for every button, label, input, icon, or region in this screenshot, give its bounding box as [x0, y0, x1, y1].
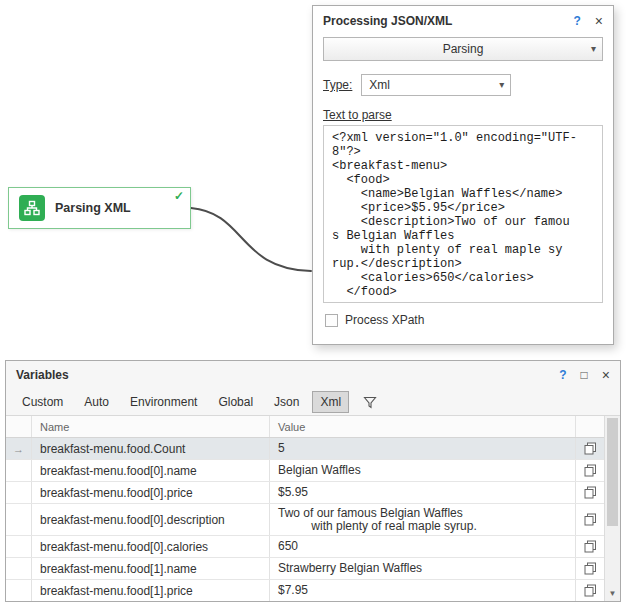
variables-panel-title: Variables: [16, 368, 547, 382]
xml-line: </food>: [332, 285, 594, 299]
table-row[interactable]: breakfast-menu.food[1].name Strawberry B…: [6, 558, 604, 580]
variable-name: breakfast-menu.food[1].name: [32, 558, 270, 579]
parsing-section-dropdown[interactable]: Parsing ▾: [323, 37, 603, 61]
tab-json[interactable]: Json: [266, 391, 307, 413]
text-to-parse-label: Text to parse: [323, 108, 603, 122]
variable-value: 650: [270, 536, 576, 557]
tab-custom[interactable]: Custom: [14, 391, 71, 413]
scroll-down-button[interactable]: ▼: [605, 585, 620, 601]
help-icon[interactable]: ?: [573, 14, 580, 28]
table-row[interactable]: breakfast-menu.food[0].calories 650: [6, 536, 604, 558]
variable-value: 5: [270, 438, 576, 459]
sitemap-icon: [19, 195, 45, 221]
copy-button[interactable]: [576, 482, 604, 503]
copy-button[interactable]: [576, 504, 604, 535]
chevron-down-icon: ▾: [591, 43, 596, 54]
chevron-down-icon: ▾: [499, 79, 504, 90]
processing-panel-header: Processing JSON/XML ? ×: [313, 6, 613, 34]
help-icon[interactable]: ?: [559, 368, 566, 382]
type-dropdown[interactable]: Xml ▾: [361, 74, 511, 96]
process-xpath-row: Process XPath: [325, 313, 603, 327]
variables-grid: Name Value → breakfast-menu.food.Count 5…: [6, 415, 620, 601]
maximize-icon[interactable]: □: [581, 369, 588, 381]
variables-panel-header: Variables ? □ ×: [6, 361, 620, 389]
type-dropdown-value: Xml: [369, 78, 390, 92]
table-row[interactable]: breakfast-menu.food[0].description Two o…: [6, 504, 604, 536]
parsing-section-label: Parsing: [324, 42, 602, 56]
process-xpath-checkbox[interactable]: [325, 314, 338, 327]
text-to-parse-input[interactable]: <?xml version="1.0" encoding="UTF- 8"?> …: [323, 125, 603, 303]
close-icon[interactable]: ×: [602, 368, 610, 382]
table-row[interactable]: breakfast-menu.food[0].price $5.95: [6, 482, 604, 504]
variable-name: breakfast-menu.food[0].description: [32, 504, 270, 535]
xml-line: rup.</description>: [332, 257, 594, 271]
type-label: Type:: [323, 78, 352, 92]
success-checkmark-icon: ✓: [174, 189, 184, 203]
variable-value: Strawberry Belgian Waffles: [270, 558, 576, 579]
xml-line: <price>$5.95</price>: [332, 201, 594, 215]
variable-value: Belgian Waffles: [270, 460, 576, 481]
copy-icon: [584, 442, 597, 455]
row-indicator-icon: →: [6, 438, 32, 459]
copy-icon: [584, 464, 597, 477]
process-xpath-label: Process XPath: [345, 313, 424, 327]
copy-icon: [584, 540, 597, 553]
variables-tabs: Custom Auto Environment Global Json Xml: [6, 389, 620, 415]
processing-panel: Processing JSON/XML ? × Parsing ▾ Type: …: [312, 5, 614, 345]
type-row: Type: Xml ▾: [323, 74, 603, 96]
copy-button[interactable]: [576, 536, 604, 557]
grid-header-row: Name Value: [6, 416, 604, 438]
tab-auto[interactable]: Auto: [76, 391, 117, 413]
copy-icon: [584, 486, 597, 499]
xml-line: 8"?>: [332, 145, 594, 159]
copy-icon: [584, 513, 597, 526]
header-copy-cell: [576, 416, 604, 437]
node-parsing-xml[interactable]: Parsing XML ✓: [8, 187, 191, 229]
copy-button[interactable]: [576, 438, 604, 459]
variable-name: breakfast-menu.food[0].calories: [32, 536, 270, 557]
scrollbar-thumb[interactable]: [607, 418, 618, 526]
tab-xml[interactable]: Xml: [312, 391, 349, 413]
close-icon[interactable]: ×: [595, 14, 603, 28]
copy-icon: [584, 562, 597, 575]
variable-name: breakfast-menu.food[0].name: [32, 460, 270, 481]
xml-line: <breakfast-menu>: [332, 159, 594, 173]
tab-global[interactable]: Global: [210, 391, 261, 413]
vertical-scrollbar[interactable]: ▼: [604, 416, 620, 601]
xml-line: s Belgian Waffles: [332, 229, 594, 243]
filter-icon[interactable]: [363, 396, 377, 409]
header-indicator-cell: [6, 416, 32, 437]
copy-icon: [584, 584, 597, 597]
variable-name: breakfast-menu.food[1].price: [32, 580, 270, 601]
variable-value: Two of our famous Belgian Waffles with p…: [270, 504, 576, 535]
variable-name: breakfast-menu.food[0].price: [32, 482, 270, 503]
variable-value: $7.95: [270, 580, 576, 601]
xml-line: <name>Belgian Waffles</name>: [332, 187, 594, 201]
processing-panel-title: Processing JSON/XML: [323, 14, 561, 28]
xml-line: <?xml version="1.0" encoding="UTF-: [332, 131, 594, 145]
xml-line: <calories>650</calories>: [332, 271, 594, 285]
column-header-value[interactable]: Value: [270, 416, 576, 437]
xml-line: with plenty of real maple sy: [332, 243, 594, 257]
copy-button[interactable]: [576, 580, 604, 601]
node-label: Parsing XML: [55, 201, 131, 215]
table-row[interactable]: → breakfast-menu.food.Count 5: [6, 438, 604, 460]
copy-button[interactable]: [576, 558, 604, 579]
copy-button[interactable]: [576, 460, 604, 481]
table-row[interactable]: breakfast-menu.food[0].name Belgian Waff…: [6, 460, 604, 482]
xml-line: <food>: [332, 173, 594, 187]
column-header-name[interactable]: Name: [32, 416, 270, 437]
variable-name: breakfast-menu.food.Count: [32, 438, 270, 459]
variables-panel: Variables ? □ × Custom Auto Environment …: [5, 360, 621, 602]
table-row[interactable]: breakfast-menu.food[1].price $7.95: [6, 580, 604, 601]
variable-value: $5.95: [270, 482, 576, 503]
xml-line: <description>Two of our famou: [332, 215, 594, 229]
tab-environment[interactable]: Environment: [122, 391, 205, 413]
